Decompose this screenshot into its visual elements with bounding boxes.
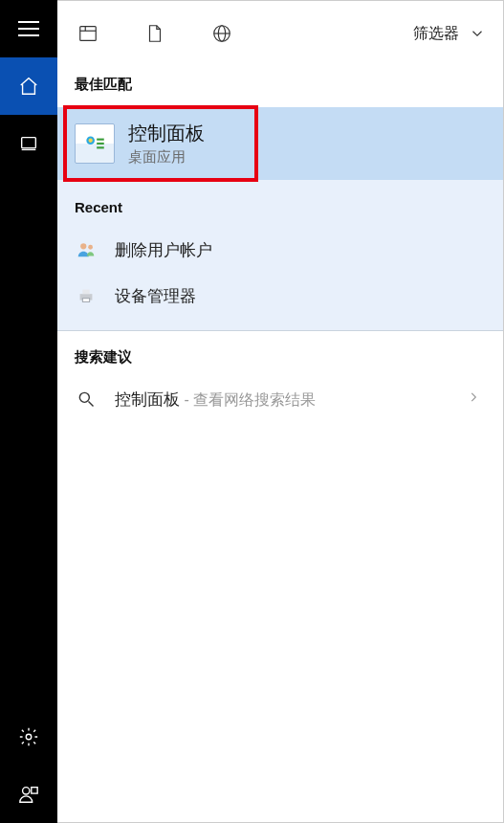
rail-settings-button[interactable] <box>0 708 57 766</box>
recent-item[interactable]: 设备管理器 <box>57 273 503 319</box>
svg-rect-4 <box>32 788 37 793</box>
svg-point-12 <box>89 139 93 143</box>
svg-line-22 <box>89 402 94 407</box>
search-icon <box>75 388 98 411</box>
scope-web-button[interactable] <box>208 20 235 47</box>
chevron-down-icon <box>469 25 486 42</box>
best-match-title: 控制面板 <box>128 121 205 146</box>
users-icon <box>75 238 98 261</box>
svg-rect-14 <box>97 143 104 145</box>
svg-rect-0 <box>22 138 36 148</box>
recent-item[interactable]: 删除用户帐户 <box>57 227 503 273</box>
svg-point-17 <box>88 245 93 250</box>
gear-icon <box>18 726 39 747</box>
document-icon <box>144 23 165 44</box>
scope-documents-button[interactable] <box>142 20 168 47</box>
start-search-panel: 筛选器 最佳匹配 <box>0 0 504 823</box>
svg-point-21 <box>79 392 89 402</box>
person-icon <box>18 784 39 805</box>
app-window-icon <box>77 23 99 44</box>
results-header: 筛选器 <box>57 1 503 66</box>
best-match-subtitle: 桌面应用 <box>128 148 205 167</box>
best-match-section-title: 最佳匹配 <box>57 66 503 107</box>
suggestion-hint: - 查看网络搜索结果 <box>180 391 316 408</box>
svg-point-3 <box>23 788 30 794</box>
monitor-icon <box>18 133 39 154</box>
svg-point-2 <box>26 734 32 740</box>
rail-apps-button[interactable] <box>0 115 57 172</box>
scope-apps-button[interactable] <box>75 20 101 47</box>
suggestion-query: 控制面板 <box>115 390 180 409</box>
results-panel: 筛选器 最佳匹配 <box>57 0 504 823</box>
web-suggestion-item[interactable]: 控制面板 - 查看网络搜索结果 <box>57 380 503 424</box>
chevron-right-icon <box>467 390 480 408</box>
svg-rect-15 <box>97 146 104 148</box>
recent-section-title: Recent <box>57 180 503 227</box>
svg-rect-19 <box>82 290 89 295</box>
rail-home-button[interactable] <box>0 57 57 115</box>
svg-point-16 <box>80 243 86 249</box>
rail-account-button[interactable] <box>0 766 57 823</box>
filters-label: 筛选器 <box>413 24 459 44</box>
hamburger-icon <box>18 21 39 36</box>
left-rail <box>0 0 57 823</box>
filters-dropdown[interactable]: 筛选器 <box>413 24 486 44</box>
control-panel-icon <box>75 123 115 164</box>
best-match-labels: 控制面板 桌面应用 <box>128 121 205 167</box>
recent-item-label: 删除用户帐户 <box>115 239 212 261</box>
suggestion-text: 控制面板 - 查看网络搜索结果 <box>115 389 316 411</box>
svg-rect-5 <box>80 27 97 41</box>
globe-icon <box>211 23 232 44</box>
recent-item-label: 设备管理器 <box>115 285 196 307</box>
hamburger-menu-button[interactable] <box>0 0 57 57</box>
best-match-item[interactable]: 控制面板 桌面应用 <box>57 107 503 180</box>
printer-icon <box>75 284 98 307</box>
suggestions-section-title: 搜索建议 <box>57 331 503 380</box>
home-icon <box>18 76 39 97</box>
svg-rect-13 <box>97 139 104 141</box>
svg-rect-20 <box>82 299 89 302</box>
best-match-and-recent-block: 控制面板 桌面应用 Recent 删除用户帐户 <box>57 107 503 331</box>
